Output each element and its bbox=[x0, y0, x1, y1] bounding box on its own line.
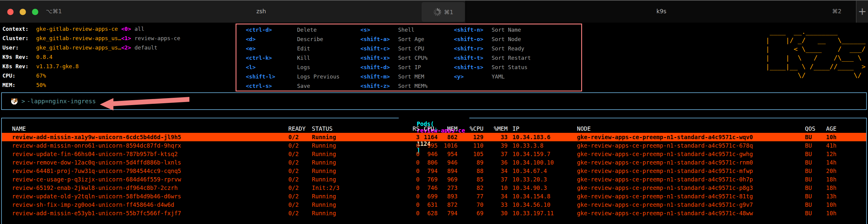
table-cell: review-ce-usage-p-q3izjx-unicorn-684d46f… bbox=[2, 175, 282, 184]
table-cell: 18h bbox=[825, 184, 866, 192]
table-row[interactable]: review-65192-enab-2jkwl8-unicorn-df964c8… bbox=[2, 184, 866, 192]
col-header-rs: RS bbox=[401, 124, 420, 133]
hotkey-row: <ctrl-s>Save bbox=[246, 81, 340, 90]
hotkey-row: <ctrl-k>Kill bbox=[246, 53, 340, 62]
hotkey-row: <d>Describe bbox=[246, 34, 340, 44]
hotkey-action: Sort Name bbox=[492, 25, 531, 34]
table-cell: 110 bbox=[458, 141, 484, 150]
window-titlebar: ⌥⌘1 zsh ⌘1 bbox=[0, 0, 868, 23]
table-row[interactable]: review-add-missin-xa1y9w-unicorn-6cdc5b4… bbox=[2, 133, 866, 141]
tab-zsh[interactable]: ⌥⌘1 zsh ⌘1 bbox=[0, 1, 465, 23]
zoom-button[interactable] bbox=[32, 9, 38, 15]
table-cell: Running bbox=[306, 200, 401, 209]
table-cell: 946 bbox=[438, 158, 458, 167]
cluster-info-label: Context: bbox=[2, 24, 36, 33]
table-cell: Init:2/3 bbox=[306, 184, 401, 192]
table-cell: 0/2 bbox=[282, 167, 306, 175]
hotkey-key: <ctrl-d> bbox=[246, 25, 297, 34]
table-cell: 77 bbox=[458, 192, 484, 200]
context-switch-option: review-apps-ce bbox=[134, 33, 180, 43]
table-cell: review-add-missin-xa1y9w-unicorn-6cdc5b4… bbox=[2, 133, 282, 141]
close-button[interactable] bbox=[7, 9, 13, 15]
table-cell: 794 bbox=[420, 167, 438, 175]
hotkey-row: <s>Shell bbox=[361, 25, 428, 34]
table-row[interactable]: review-ce-usage-p-q3izjx-unicorn-684d46f… bbox=[2, 175, 866, 184]
table-cell: 10.34.56.10 bbox=[507, 200, 577, 209]
col-header-age: AGE bbox=[825, 124, 866, 133]
tab-k9s[interactable]: k9s ⌘2 bbox=[465, 1, 856, 23]
table-cell: BU bbox=[803, 141, 825, 150]
window-controls bbox=[7, 9, 38, 15]
table-cell: 10h bbox=[825, 209, 866, 217]
new-tab-button[interactable]: + bbox=[856, 1, 868, 23]
table-cell: 894 bbox=[438, 167, 458, 175]
table-cell: 631 bbox=[420, 200, 438, 209]
filter-input[interactable]: -lapp=nginx-ingress bbox=[27, 97, 96, 105]
tab-zsh-shortcut: ⌥⌘1 bbox=[46, 8, 62, 15]
context-switch-key[interactable]: <1> bbox=[121, 33, 134, 43]
table-row[interactable]: review-remove-dow-12ac0q-unicorn-5d4ffd8… bbox=[2, 158, 866, 167]
table-cell: 0 bbox=[401, 141, 420, 150]
hotkey-row: <shift-m>Sort MEM bbox=[361, 72, 428, 81]
table-cell: review-64481-proj-7uw31q-unicorn-7984544… bbox=[2, 167, 282, 175]
table-cell: 893 bbox=[438, 192, 458, 200]
hotkey-key: <shift-x> bbox=[361, 53, 398, 62]
table-row[interactable]: review-add-missin-e53yb1-unicorn-55b7fc5… bbox=[2, 209, 866, 217]
table-cell: 794 bbox=[438, 209, 458, 217]
table-cell: review-update-fin-66hs04-unicorn-787b957… bbox=[2, 150, 282, 158]
hotkey-key: <ctrl-k> bbox=[246, 53, 297, 62]
k9s-logo: ____ __.________ | |/ _/ __ \______ | < … bbox=[766, 27, 866, 80]
table-cell: BU bbox=[803, 192, 825, 200]
table-cell: 10h bbox=[825, 133, 866, 141]
table-row[interactable]: review-sh-fix-imp-zg0oo4-unicorn-ff45864… bbox=[2, 200, 866, 209]
table-cell: 1164 bbox=[420, 133, 438, 141]
table-cell: 10.34.154.8 bbox=[507, 192, 577, 200]
table-cell: gke-review-apps-ce-preemp-n1-standard-a4… bbox=[577, 150, 803, 158]
minimize-button[interactable] bbox=[20, 9, 26, 15]
table-cell: 10.34.100.10 bbox=[507, 158, 577, 167]
table-cell: gke-review-apps-ce-preemp-n1-standard-a4… bbox=[577, 192, 803, 200]
table-row[interactable]: review-add-missin-onro61-unicorn-8594dc8… bbox=[2, 141, 866, 150]
table-cell: 0 bbox=[401, 200, 420, 209]
context-switch-key[interactable]: <0> bbox=[121, 24, 134, 33]
table-cell: Running bbox=[306, 192, 401, 200]
hotkey-action: Save bbox=[297, 81, 340, 90]
tab-activity-indicator: ⌘1 bbox=[422, 2, 465, 22]
col-header-pcpu: %CPU bbox=[458, 124, 484, 133]
table-cell: Running bbox=[306, 158, 401, 167]
table-cell: 862 bbox=[438, 133, 458, 141]
hotkey-row: <shift-s>Sort Status bbox=[454, 62, 531, 72]
table-row[interactable]: review-64481-proj-7uw31q-unicorn-7984544… bbox=[2, 167, 866, 175]
hotkey-action: Sort CPU bbox=[398, 44, 428, 53]
hotkey-action: Sort CPU% bbox=[398, 53, 428, 62]
table-cell: 954 bbox=[438, 150, 458, 158]
pods-table-body: review-add-missin-xa1y9w-unicorn-6cdc5b4… bbox=[2, 133, 866, 217]
table-cell: 946 bbox=[420, 150, 438, 158]
hotkey-action: Sort Status bbox=[492, 62, 531, 72]
table-cell: 37 bbox=[484, 175, 507, 184]
hotkey-row: <shift-n>Sort Name bbox=[454, 25, 531, 34]
table-cell: BU bbox=[803, 133, 825, 141]
table-cell: 129 bbox=[458, 133, 484, 141]
hotkey-action: Describe bbox=[297, 34, 340, 44]
hotkey-key: <shift-n> bbox=[454, 25, 492, 34]
hotkey-key: <shift-r> bbox=[454, 44, 492, 53]
table-cell: Running bbox=[306, 133, 401, 141]
hotkey-action: Kill bbox=[297, 53, 340, 62]
cluster-info-value: 0.8.4 bbox=[36, 52, 121, 62]
table-cell: 10.34.183.6 bbox=[507, 133, 577, 141]
table-cell: 33 bbox=[484, 200, 507, 209]
filter-bar[interactable]: > -lapp=nginx-ingress bbox=[1, 92, 867, 110]
table-row[interactable]: review-update-fin-66hs04-unicorn-787b957… bbox=[2, 150, 866, 158]
table-row[interactable]: review-update-old-y2tqln-unicorn-58fb4d9… bbox=[2, 192, 866, 200]
context-switch-key[interactable]: <2> bbox=[121, 43, 134, 52]
cluster-info-row: CPU:67% bbox=[2, 71, 180, 80]
table-cell: 0 bbox=[401, 184, 420, 192]
table-cell: BU bbox=[803, 175, 825, 184]
hotkey-row: <shift-x>Sort CPU% bbox=[361, 53, 428, 62]
table-cell: 0/2 bbox=[282, 150, 306, 158]
table-cell: 10 bbox=[484, 184, 507, 192]
table-cell: 0/2 bbox=[282, 184, 306, 192]
cluster-info-row: K9s Rev:0.8.4 bbox=[2, 52, 180, 62]
table-cell: 33 bbox=[484, 133, 507, 141]
